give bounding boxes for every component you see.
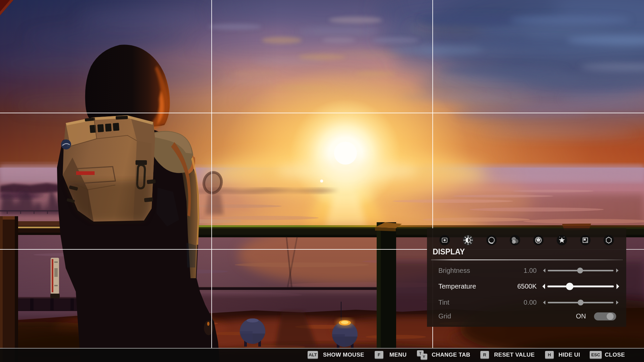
svg-text:sa: sa [67, 143, 71, 147]
